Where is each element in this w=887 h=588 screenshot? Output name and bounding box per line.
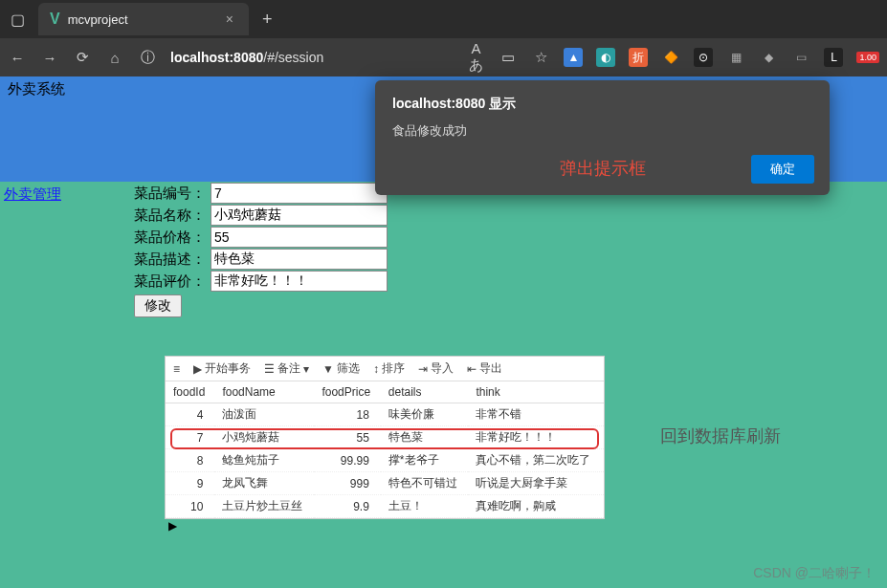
alert-title: localhost:8080 显示 (392, 96, 812, 113)
col-foodid[interactable]: foodId (166, 381, 214, 403)
site-info-icon[interactable]: ⓘ (138, 49, 157, 67)
ext-icon[interactable]: 折 (629, 48, 648, 67)
label-price: 菜品价格： (134, 229, 211, 247)
sidebar: 外卖管理 (0, 182, 134, 317)
alert-message: 食品修改成功 (392, 122, 812, 140)
tabs-overview-icon[interactable]: ▢ (0, 2, 34, 36)
import-button[interactable]: ⇥ 导入 (418, 360, 454, 377)
address-box[interactable]: localhost:8080/#/session (170, 50, 323, 65)
database-panel: ≡ ▶ 开始事务 ☰ 备注 ▾ ▼ 筛选 ↕ 排序 ⇥ 导入 ⇤ 导出 food… (165, 356, 605, 519)
reader-icon[interactable]: ▭ (499, 49, 518, 66)
label-name: 菜品名称： (134, 207, 211, 225)
row-cursor-icon: ▶ (168, 519, 177, 533)
export-button[interactable]: ⇤ 导出 (467, 360, 502, 377)
refresh-icon[interactable]: ⟳ (73, 49, 92, 66)
app-title: 外卖系统 (8, 80, 65, 97)
home-icon[interactable]: ⌂ (105, 50, 124, 66)
table-row[interactable]: 8鲶鱼炖茄子99.99撑*老爷子真心不错，第二次吃了 (166, 449, 604, 472)
new-tab-button[interactable]: + (249, 10, 286, 30)
memo-button[interactable]: ☰ 备注 ▾ (264, 360, 309, 377)
ext-icon[interactable]: 🔶 (661, 48, 680, 67)
alert-ok-button[interactable]: 确定 (751, 155, 814, 184)
edit-form: 菜品编号： 菜品名称： 菜品价格： 菜品描述： 菜品评价： 修改 (134, 182, 388, 317)
ext-icon[interactable]: ⊙ (694, 48, 713, 67)
input-desc[interactable] (211, 249, 388, 270)
col-think[interactable]: think (468, 381, 604, 403)
watermark: CSDN @二哈喇子！ (753, 565, 876, 582)
table-row[interactable]: 7小鸡炖蘑菇55特色菜非常好吃！！！ (166, 426, 604, 449)
input-price[interactable] (211, 227, 388, 248)
ext-icon[interactable]: L (824, 48, 843, 67)
label-desc: 菜品描述： (134, 250, 211, 269)
browser-tab[interactable]: V mcvproject × (38, 3, 249, 35)
ext-icon[interactable]: ▲ (564, 48, 583, 67)
label-id: 菜品编号： (134, 185, 211, 203)
start-transaction-button[interactable]: ▶ 开始事务 (193, 360, 251, 377)
col-details[interactable]: details (381, 381, 469, 403)
input-name[interactable] (211, 205, 388, 226)
badge: 1.00 (856, 52, 879, 63)
text-size-icon[interactable]: Aあ (466, 40, 485, 75)
ext-icon[interactable]: ▭ (791, 48, 810, 67)
extensions: Aあ ▭ ☆ ▲ ◐ 折 🔶 ⊙ ▦ ◆ ▭ L 1.00 (466, 40, 879, 75)
label-review: 菜品评价： (134, 272, 211, 291)
table-row[interactable]: 4油泼面18味美价廉非常不错 (166, 403, 604, 426)
sidebar-link-manage[interactable]: 外卖管理 (4, 185, 61, 202)
input-review[interactable] (211, 271, 388, 292)
table-row[interactable]: 10土豆片炒土豆丝9.9土豆！真难吃啊，齁咸 (166, 495, 604, 518)
table-row[interactable]: 9龙凤飞舞999特色不可错过听说是大厨拿手菜 (166, 472, 604, 495)
favorite-icon[interactable]: ☆ (531, 49, 550, 66)
sort-button[interactable]: ↕ 排序 (373, 360, 405, 377)
back-icon[interactable]: ← (8, 50, 27, 66)
refresh-annotation: 回到数据库刷新 (660, 425, 781, 447)
close-icon[interactable]: × (222, 11, 237, 27)
forward-icon[interactable]: → (40, 50, 59, 66)
tab-bar: ▢ V mcvproject × + (0, 0, 887, 38)
modify-button[interactable]: 修改 (134, 294, 182, 317)
url-bar: ← → ⟳ ⌂ ⓘ localhost:8080/#/session Aあ ▭ … (0, 38, 887, 76)
col-foodprice[interactable]: foodPrice (314, 381, 380, 403)
menu-icon[interactable]: ≡ (173, 362, 180, 376)
db-table: foodId foodName foodPrice details think … (166, 381, 604, 518)
alert-dialog: localhost:8080 显示 食品修改成功 弹出提示框 确定 (375, 80, 830, 195)
ext-icon[interactable]: ◆ (759, 48, 778, 67)
ext-icon[interactable]: ▦ (726, 48, 745, 67)
db-toolbar: ≡ ▶ 开始事务 ☰ 备注 ▾ ▼ 筛选 ↕ 排序 ⇥ 导入 ⇤ 导出 (166, 357, 604, 381)
ext-icon[interactable]: ◐ (596, 48, 615, 67)
filter-button[interactable]: ▼ 筛选 (322, 360, 360, 377)
vue-icon: V (50, 11, 60, 28)
input-id[interactable] (211, 183, 388, 204)
col-foodname[interactable]: foodName (214, 381, 314, 403)
browser-chrome: ▢ V mcvproject × + ← → ⟳ ⌂ ⓘ localhost:8… (0, 0, 887, 76)
tab-title: mcvproject (68, 12, 222, 27)
alert-annotation: 弹出提示框 (392, 157, 812, 180)
